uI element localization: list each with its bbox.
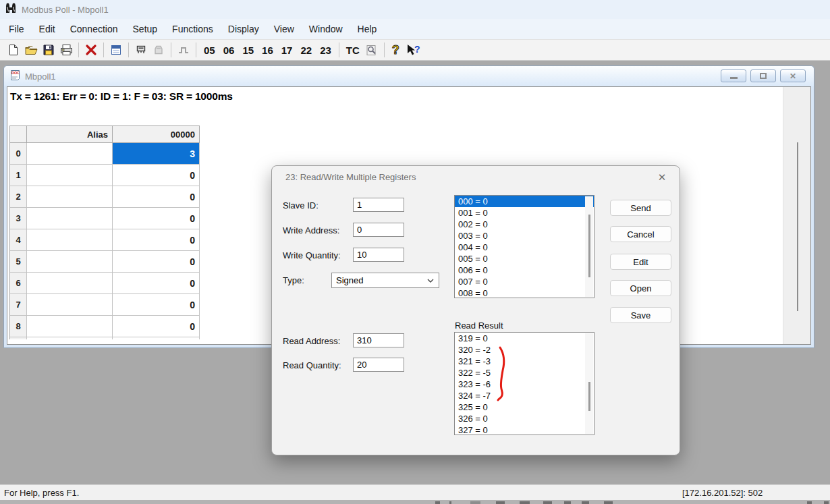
value-cell[interactable]: 0 — [113, 186, 200, 208]
scrollbar-thumb[interactable] — [588, 382, 590, 411]
read-result-item[interactable]: 325 = 0 — [455, 401, 594, 413]
row-number-cell[interactable]: 3 — [10, 208, 27, 229]
row-number-cell[interactable]: 5 — [10, 251, 27, 273]
function-05-button[interactable]: 05 — [200, 45, 219, 56]
read-quantity-input[interactable] — [353, 358, 404, 372]
write-list-item[interactable]: 002 = 0 — [455, 219, 594, 230]
context-help-icon[interactable]: ? — [404, 42, 424, 58]
open-button[interactable]: Open — [610, 280, 671, 296]
value-cell[interactable]: 0 — [113, 208, 200, 229]
test-center-zoom-icon[interactable] — [363, 42, 381, 58]
alias-cell[interactable] — [27, 294, 113, 316]
alias-cell[interactable] — [27, 251, 113, 273]
write-quantity-label: Write Quantity: — [283, 250, 341, 260]
alias-cell[interactable] — [27, 273, 113, 294]
write-list-item[interactable]: 004 = 0 — [455, 242, 594, 253]
send-button[interactable]: Send — [610, 200, 671, 216]
communication-traffic-icon[interactable] — [132, 42, 150, 58]
alias-cell[interactable] — [27, 165, 113, 186]
scrollbar-thumb[interactable] — [588, 215, 590, 277]
write-list-item[interactable]: 000 = 0 — [455, 196, 594, 207]
scrollbar-thumb[interactable] — [797, 142, 798, 311]
write-list-item[interactable]: 007 = 0 — [455, 276, 594, 287]
value-cell[interactable]: 0 — [113, 251, 200, 273]
listbox-scrollbar[interactable] — [585, 333, 593, 434]
write-list-item[interactable]: 008 = 0 — [455, 287, 594, 298]
type-select[interactable]: Signed — [331, 273, 439, 288]
edit-button[interactable]: Edit — [610, 254, 671, 270]
menu-setup[interactable]: Setup — [126, 21, 165, 37]
row-number-cell[interactable]: 8 — [10, 316, 27, 337]
new-file-icon[interactable] — [5, 42, 22, 58]
restore-button[interactable] — [750, 69, 776, 82]
value-cell[interactable]: 0 — [113, 165, 200, 186]
svg-text:?: ? — [414, 44, 420, 55]
print-icon[interactable] — [57, 42, 75, 58]
write-list-item[interactable]: 005 = 0 — [455, 253, 594, 264]
write-list-item[interactable]: 006 = 0 — [455, 264, 594, 276]
read-result-item[interactable]: 326 = 0 — [455, 413, 594, 424]
alias-cell[interactable] — [27, 316, 113, 337]
alias-cell[interactable] — [27, 229, 113, 251]
menu-display[interactable]: Display — [221, 21, 267, 37]
minimize-button[interactable] — [721, 69, 746, 82]
dialog-close-icon[interactable]: ✕ — [654, 170, 670, 185]
function-16-button[interactable]: 16 — [258, 45, 277, 56]
row-number-cell[interactable]: 2 — [10, 186, 27, 208]
alias-cell[interactable] — [27, 208, 113, 229]
value-cell[interactable]: 3 — [113, 143, 200, 165]
function-15-button[interactable]: 15 — [238, 45, 258, 56]
row-number-cell[interactable]: 7 — [10, 294, 27, 316]
save-icon[interactable] — [40, 42, 57, 58]
open-file-icon[interactable] — [22, 42, 40, 58]
value-cell[interactable]: 0 — [113, 316, 200, 337]
cancel-button[interactable]: Cancel — [610, 226, 671, 242]
function-06-button[interactable]: 06 — [219, 45, 239, 56]
read-result-listbox[interactable]: 319 = 0320 = -2321 = -3322 = -5323 = -63… — [454, 332, 594, 435]
close-button[interactable]: ✕ — [780, 69, 806, 82]
row-number-cell[interactable]: 0 — [10, 143, 27, 165]
read-result-item[interactable]: 324 = -7 — [455, 390, 594, 401]
save-button[interactable]: Save — [610, 307, 671, 323]
read-result-item[interactable]: 327 = 0 — [455, 424, 594, 435]
read-result-item[interactable]: 321 = -3 — [455, 356, 594, 367]
read-result-item[interactable]: 323 = -6 — [455, 379, 594, 390]
write-quantity-input[interactable] — [353, 248, 404, 262]
menu-file[interactable]: File — [1, 21, 32, 37]
menu-view[interactable]: View — [267, 21, 302, 37]
listbox-scrollbar[interactable] — [585, 196, 593, 297]
toolbar-separator — [384, 43, 385, 57]
write-list-item[interactable]: 003 = 0 — [455, 230, 594, 242]
function-22-button[interactable]: 22 — [296, 45, 316, 56]
disconnect-icon[interactable] — [82, 42, 100, 58]
row-number-cell[interactable]: 6 — [10, 273, 27, 294]
read-result-item[interactable]: 322 = -5 — [455, 367, 594, 379]
function-17-button[interactable]: 17 — [277, 45, 297, 56]
write-values-listbox[interactable]: 000 = 0001 = 0002 = 0003 = 0004 = 0005 =… — [454, 195, 594, 298]
value-cell[interactable]: 0 — [113, 294, 200, 316]
write-address-input[interactable] — [353, 223, 404, 237]
help-icon[interactable]: ? — [388, 43, 404, 57]
value-cell[interactable]: 0 — [113, 273, 200, 294]
menu-help[interactable]: Help — [350, 21, 385, 37]
read-result-item[interactable]: 319 = 0 — [455, 333, 594, 344]
write-list-item[interactable]: 001 = 0 — [455, 207, 594, 219]
slave-id-input[interactable] — [353, 198, 404, 212]
row-number-cell[interactable]: 1 — [10, 165, 27, 186]
document-titlebar[interactable]: DOC Mbpoll1 ✕ — [4, 66, 814, 86]
function-23-button[interactable]: 23 — [316, 45, 335, 56]
row-number-cell[interactable]: 4 — [10, 229, 27, 251]
setup-window-icon[interactable] — [107, 42, 125, 58]
menu-edit[interactable]: Edit — [32, 21, 63, 37]
read-address-input[interactable] — [353, 333, 404, 347]
alias-cell[interactable] — [27, 143, 113, 165]
alias-cell[interactable] — [27, 186, 113, 208]
read-result-label: Read Result — [455, 320, 503, 331]
menu-window[interactable]: Window — [302, 21, 350, 37]
vertical-scrollbar[interactable] — [783, 87, 810, 344]
menu-connection[interactable]: Connection — [63, 21, 126, 37]
read-result-item[interactable]: 320 = -2 — [455, 344, 594, 356]
value-cell[interactable]: 0 — [113, 229, 200, 251]
menu-functions[interactable]: Functions — [165, 21, 221, 37]
test-center-button[interactable]: TC — [343, 45, 363, 56]
